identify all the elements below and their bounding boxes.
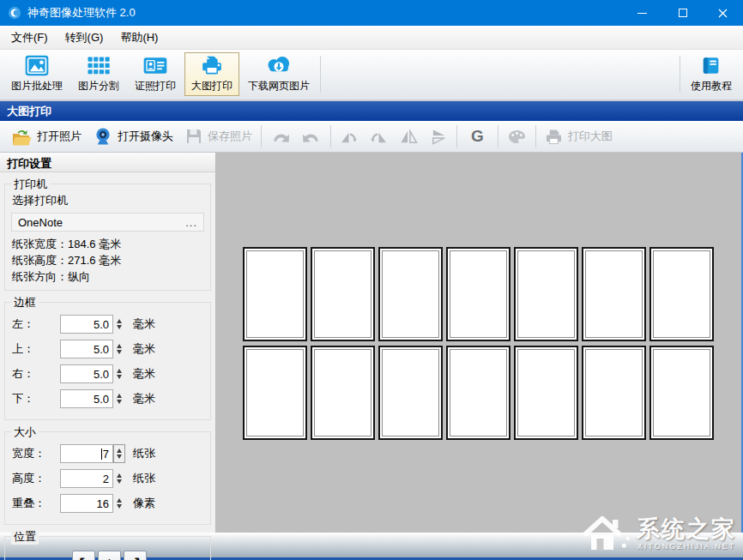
section-header: 大图打印 [0, 101, 743, 121]
rotate-right-icon [370, 129, 388, 145]
menu-help[interactable]: 帮助(H) [112, 26, 166, 50]
maximize-button[interactable] [662, 0, 703, 26]
toolbar-separator [498, 125, 498, 148]
margin-right-unit: 毫米 [133, 366, 155, 382]
margin-bottom-row: 下： 5.0 毫米 [10, 389, 205, 408]
spin-down-icon[interactable] [117, 504, 122, 509]
ribbon-label: 图片批处理 [11, 79, 63, 93]
ribbon-label: 图片分割 [78, 79, 119, 93]
section-title: 大图打印 [7, 104, 51, 119]
title-bar: 神奇图像处理软件 2.0 [0, 0, 743, 26]
print-page-inner [246, 250, 304, 338]
spin-down-icon[interactable] [117, 350, 122, 354]
ribbon-toolbar: 图片批处理 图片分割 证照打印 大图打印 下载网页图片 使用教程 [0, 50, 743, 101]
margin-top-value: 5.0 [94, 343, 109, 356]
spin-up-icon[interactable] [117, 498, 122, 503]
margin-top-input[interactable]: 5.0 [60, 340, 113, 358]
menu-goto[interactable]: 转到(G) [57, 26, 112, 50]
spin-down-icon[interactable] [117, 455, 122, 459]
spin-down-icon[interactable] [117, 479, 122, 484]
ribbon-tutorial-button[interactable]: 使用教程 [684, 52, 739, 96]
spin-down-icon[interactable] [117, 375, 122, 379]
palette-button [501, 125, 533, 148]
print-page-inner [314, 250, 372, 338]
height-input[interactable]: 2 [60, 469, 113, 488]
spin-down-icon[interactable] [117, 400, 122, 404]
overlap-label: 重叠： [10, 496, 60, 511]
text-caret [101, 449, 102, 460]
toolbar-separator [330, 125, 331, 148]
margin-left-unit: 毫米 [133, 316, 155, 332]
menu-file[interactable]: 文件(F) [3, 26, 57, 50]
print-page-inner [517, 349, 575, 437]
spin-up-icon[interactable] [117, 319, 122, 323]
ribbon-separator [320, 56, 321, 93]
print-page [582, 247, 646, 341]
rotate-right-button [364, 125, 394, 148]
id-photo-print-icon [141, 55, 170, 76]
width-unit: 纸张 [133, 446, 155, 461]
ribbon-label: 证照打印 [135, 79, 176, 93]
ribbon-image-batch-button[interactable]: 图片批处理 [4, 52, 69, 96]
minimize-button[interactable] [622, 0, 662, 26]
spin-down-icon[interactable] [117, 325, 122, 329]
tutorial-book-icon [698, 55, 725, 76]
overlap-input[interactable]: 16 [60, 494, 113, 513]
close-button[interactable] [703, 0, 743, 26]
margin-top-unit: 毫米 [133, 341, 155, 357]
content-area: 打印设置 打印机 选择打印机 OneNote ... 纸张宽度：184.6 毫米… [0, 153, 743, 533]
grayscale-button[interactable]: G [460, 123, 495, 149]
ribbon-separator [680, 56, 680, 93]
spin-up-icon[interactable] [117, 449, 122, 453]
printer-group-title: 打印机 [11, 177, 50, 192]
ribbon-image-split-button[interactable]: 图片分割 [71, 52, 126, 96]
print-page-inner [450, 250, 507, 338]
print-page [311, 346, 375, 440]
print-page [514, 346, 578, 440]
paper-height-value: 271.6 毫米 [68, 254, 121, 267]
save-photo-button: 保存照片 [179, 124, 258, 148]
print-page [378, 346, 443, 440]
print-page [243, 247, 307, 341]
page-grid [243, 247, 714, 440]
redo-button [296, 124, 328, 148]
margins-group: 边框 左： 5.0 毫米 上： 5.0 毫米 右： 5.0 毫米 下： [4, 302, 211, 420]
print-page [446, 247, 510, 341]
grayscale-icon: G [466, 127, 489, 146]
ribbon-large-print-button[interactable]: 大图打印 [184, 52, 239, 96]
paper-height-label: 纸张高度： [12, 254, 68, 267]
flip-horizontal-button [394, 125, 424, 148]
ribbon-label: 大图打印 [191, 79, 233, 93]
edit-toolbar: 打开照片 打开摄像头 保存照片 G 打印大图 [0, 121, 743, 153]
move-up-left-button[interactable]: ↖ [72, 551, 95, 560]
move-up-right-button[interactable]: ↗ [124, 551, 147, 560]
maximize-icon [679, 9, 687, 17]
margin-right-input[interactable]: 5.0 [60, 364, 113, 383]
save-photo-label: 保存照片 [208, 129, 252, 144]
window-title: 神奇图像处理软件 2.0 [27, 5, 136, 21]
position-group-title: 位置 [11, 529, 39, 545]
margin-bottom-unit: 毫米 [133, 391, 155, 406]
app-icon [8, 6, 21, 20]
move-up-button[interactable]: ↑ [98, 551, 121, 560]
open-camera-button[interactable]: 打开摄像头 [88, 123, 179, 149]
spin-up-icon[interactable] [117, 344, 122, 348]
save-icon [185, 128, 202, 145]
paper-orientation-row: 纸张方向：纵向 [10, 268, 205, 285]
print-large-label: 打印大图 [568, 129, 613, 144]
printer-browse-button[interactable]: ... [185, 216, 197, 229]
spin-up-icon[interactable] [117, 473, 122, 478]
margin-bottom-input[interactable]: 5.0 [60, 389, 113, 408]
print-page-inner [653, 349, 710, 437]
redo-icon [302, 128, 322, 145]
printer-select[interactable]: OneNote ... [11, 213, 204, 232]
ribbon-id-photo-print-button[interactable]: 证照打印 [128, 52, 183, 96]
open-photo-button[interactable]: 打开照片 [5, 124, 88, 149]
spin-up-icon[interactable] [117, 369, 122, 373]
width-input[interactable]: 7 [60, 444, 113, 463]
spin-up-icon[interactable] [117, 394, 122, 398]
print-preview-canvas [216, 153, 743, 533]
cloud-download-icon [262, 55, 296, 76]
ribbon-download-web-image-button[interactable]: 下载网页图片 [241, 52, 317, 96]
margin-left-input[interactable]: 5.0 [60, 315, 113, 334]
